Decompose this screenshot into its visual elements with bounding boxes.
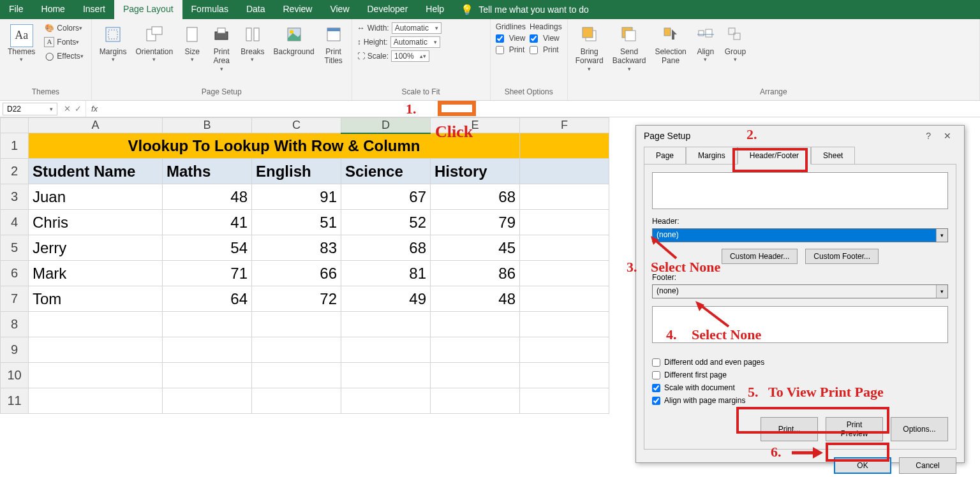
title-cell[interactable]: Vlookup To Lookup With Row & Column — [29, 133, 520, 159]
cell[interactable]: 52 — [341, 210, 431, 235]
align-button[interactable]: Align▾ — [693, 22, 718, 66]
row-header-3[interactable]: 3 — [1, 184, 29, 210]
themes-button[interactable]: Aa Themes ▾ — [5, 22, 38, 66]
cell[interactable]: 45 — [431, 235, 520, 261]
cell[interactable] — [520, 312, 609, 337]
gridlines-print-checkbox[interactable]: Print — [496, 45, 526, 55]
cell[interactable]: Tom — [29, 286, 163, 312]
table-header-cell[interactable]: English — [252, 159, 341, 184]
table-header-cell[interactable]: Maths — [163, 159, 252, 184]
row-header-10[interactable]: 10 — [1, 363, 29, 388]
col-header-E[interactable]: E — [431, 118, 520, 133]
effects-button[interactable]: ◯Effects▾ — [41, 50, 85, 62]
row-header-6[interactable]: 6 — [1, 261, 29, 286]
cell[interactable] — [29, 363, 163, 388]
cell[interactable] — [163, 312, 252, 337]
print-button[interactable]: Print... — [761, 417, 818, 441]
cell[interactable] — [29, 337, 163, 363]
cell[interactable] — [163, 337, 252, 363]
options-button[interactable]: Options... — [891, 417, 948, 441]
bring-forward-button[interactable]: Bring Forward▾ — [573, 22, 606, 75]
col-header-A[interactable]: A — [29, 118, 163, 133]
print-area-button[interactable]: Print Area▾ — [209, 22, 234, 75]
tab-home[interactable]: Home — [33, 0, 74, 19]
background-button[interactable]: Background — [271, 22, 317, 59]
tab-view[interactable]: View — [321, 0, 358, 19]
headings-view-checkbox[interactable]: View — [530, 33, 562, 43]
headings-print-checkbox[interactable]: Print — [530, 45, 562, 55]
col-header-F[interactable]: F — [520, 118, 609, 133]
custom-footer-button[interactable]: Custom Footer... — [805, 249, 879, 264]
row-header-5[interactable]: 5 — [1, 235, 29, 261]
accept-formula-icon[interactable]: ✓ — [75, 104, 82, 114]
cell[interactable] — [252, 312, 341, 337]
cell[interactable]: 41 — [163, 210, 252, 235]
row-header-1[interactable]: 1 — [1, 133, 29, 159]
cell[interactable] — [341, 388, 431, 414]
dialog-tab-margins[interactable]: Margins — [686, 147, 738, 165]
selection-pane-button[interactable]: Selection Pane — [652, 22, 688, 68]
grid[interactable]: ABCDEF1Vlookup To Lookup With Row & Colu… — [0, 117, 609, 414]
cell[interactable] — [431, 388, 520, 414]
margins-button[interactable]: Margins▾ — [97, 22, 130, 66]
cell[interactable] — [341, 312, 431, 337]
scale-with-doc-checkbox[interactable]: Scale with document — [652, 381, 948, 394]
cell[interactable] — [252, 363, 341, 388]
cell[interactable]: 67 — [341, 184, 431, 210]
size-button[interactable]: Size▾ — [179, 22, 205, 66]
align-with-margins-checkbox[interactable]: Align with page margins — [652, 394, 948, 407]
dialog-tab-page[interactable]: Page — [644, 147, 686, 165]
chevron-down-icon[interactable]: ▾ — [936, 285, 947, 298]
cell[interactable]: 49 — [341, 286, 431, 312]
custom-header-button[interactable]: Custom Header... — [722, 249, 798, 264]
cell[interactable] — [29, 388, 163, 414]
send-backward-button[interactable]: Send Backward▾ — [610, 22, 649, 75]
cell[interactable]: 64 — [163, 286, 252, 312]
cell[interactable]: 68 — [431, 184, 520, 210]
cell[interactable]: Chris — [29, 210, 163, 235]
cell[interactable] — [252, 337, 341, 363]
cell[interactable]: 72 — [252, 286, 341, 312]
cell[interactable] — [520, 363, 609, 388]
cell[interactable] — [163, 363, 252, 388]
cell[interactable] — [29, 312, 163, 337]
orientation-button[interactable]: Orientation▾ — [133, 22, 176, 66]
cell[interactable]: Mark — [29, 261, 163, 286]
cell[interactable]: Jerry — [29, 235, 163, 261]
cell[interactable]: 86 — [431, 261, 520, 286]
cell[interactable] — [431, 337, 520, 363]
tab-developer[interactable]: Developer — [359, 0, 417, 19]
ok-button[interactable]: OK — [834, 457, 891, 474]
cell[interactable]: 54 — [163, 235, 252, 261]
table-header-cell[interactable]: History — [431, 159, 520, 184]
cell[interactable] — [431, 312, 520, 337]
tab-formulas[interactable]: Formulas — [182, 0, 237, 19]
table-header-cell[interactable]: Student Name — [29, 159, 163, 184]
header-combo[interactable]: (none) ▾ — [652, 228, 948, 242]
scale-height-combo[interactable]: Automatic▾ — [390, 36, 440, 48]
tab-review[interactable]: Review — [274, 0, 322, 19]
dialog-tab-sheet[interactable]: Sheet — [811, 147, 855, 165]
name-box[interactable]: D22▾ — [3, 103, 57, 115]
cell[interactable]: 48 — [163, 184, 252, 210]
scale-width-combo[interactable]: Automatic▾ — [392, 22, 442, 34]
breaks-button[interactable]: Breaks▾ — [238, 22, 267, 66]
col-header-D[interactable]: D — [341, 118, 431, 133]
tab-data[interactable]: Data — [237, 0, 274, 19]
tab-file[interactable]: File — [0, 0, 33, 19]
tab-page-layout[interactable]: Page Layout — [114, 0, 182, 19]
cell[interactable]: 71 — [163, 261, 252, 286]
cell[interactable]: 81 — [341, 261, 431, 286]
group-objects-button[interactable]: Group▾ — [722, 22, 748, 66]
scale-spinner[interactable]: 100%▴▾ — [391, 50, 429, 62]
cell[interactable]: 51 — [252, 210, 341, 235]
diff-odd-even-checkbox[interactable]: Different odd and even pages — [652, 356, 948, 369]
dialog-help-button[interactable]: ? — [921, 131, 936, 141]
fx-icon[interactable]: fx — [86, 104, 103, 114]
cell[interactable]: 48 — [431, 286, 520, 312]
row-header-11[interactable]: 11 — [1, 388, 29, 414]
colors-button[interactable]: 🎨Colors▾ — [41, 22, 85, 34]
cell[interactable]: Juan — [29, 184, 163, 210]
cell[interactable]: 83 — [252, 235, 341, 261]
cancel-formula-icon[interactable]: ✕ — [64, 104, 71, 114]
